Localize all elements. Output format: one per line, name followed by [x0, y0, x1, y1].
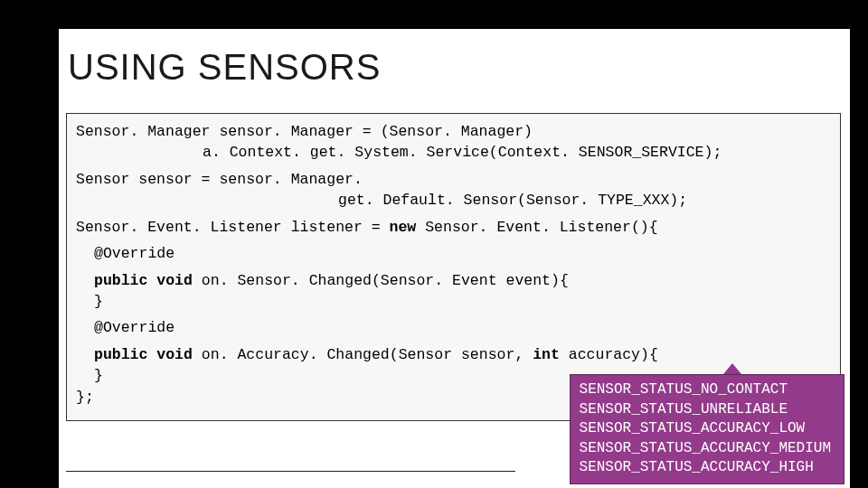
code-text: on. Sensor. Changed(Sensor. Event event)…	[193, 272, 569, 289]
code-text: Sensor. Event. Listener(){	[416, 219, 657, 236]
callout-line: SENSOR_STATUS_ACCURACY_HIGH	[580, 458, 831, 478]
code-line: Sensor. Event. Listener listener = new S…	[76, 217, 831, 238]
code-text: accuracy){	[560, 346, 658, 363]
code-line: Sensor sensor = sensor. Manager.	[76, 169, 831, 190]
code-line: @Override	[76, 243, 831, 264]
slide-title: USING SENSORS	[59, 29, 850, 106]
code-line: Sensor. Manager sensor. Manager = (Senso…	[76, 121, 831, 142]
keyword: int	[533, 346, 560, 363]
callout-pointer-icon	[723, 363, 741, 374]
code-line: a. Context. get. System. Service(Context…	[76, 142, 831, 163]
code-text: on. Accuracy. Changed(Sensor sensor,	[193, 346, 533, 363]
code-line: public void on. Sensor. Changed(Sensor. …	[76, 270, 831, 291]
callout-line: SENSOR_STATUS_NO_CONTACT	[580, 380, 831, 400]
code-line: get. Default. Sensor(Sensor. TYPE_XXX);	[76, 190, 831, 211]
code-line: }	[76, 291, 831, 312]
keyword: public void	[94, 346, 193, 363]
keyword: public void	[94, 272, 193, 289]
code-line: public void on. Accuracy. Changed(Sensor…	[76, 344, 831, 365]
callout-line: SENSOR_STATUS_ACCURACY_LOW	[580, 419, 831, 439]
code-line: @Override	[76, 317, 831, 338]
divider	[66, 471, 515, 472]
keyword: new	[390, 219, 417, 236]
callout: SENSOR_STATUS_NO_CONTACT SENSOR_STATUS_U…	[570, 363, 844, 484]
callout-line: SENSOR_STATUS_ACCURACY_MEDIUM	[580, 439, 831, 459]
callout-line: SENSOR_STATUS_UNRELIABLE	[580, 400, 831, 420]
callout-box: SENSOR_STATUS_NO_CONTACT SENSOR_STATUS_U…	[570, 374, 844, 484]
slide-content: USING SENSORS Sensor. Manager sensor. Ma…	[59, 29, 850, 488]
slide: USING SENSORS Sensor. Manager sensor. Ma…	[0, 0, 868, 488]
code-text: Sensor. Event. Listener listener =	[76, 219, 390, 236]
